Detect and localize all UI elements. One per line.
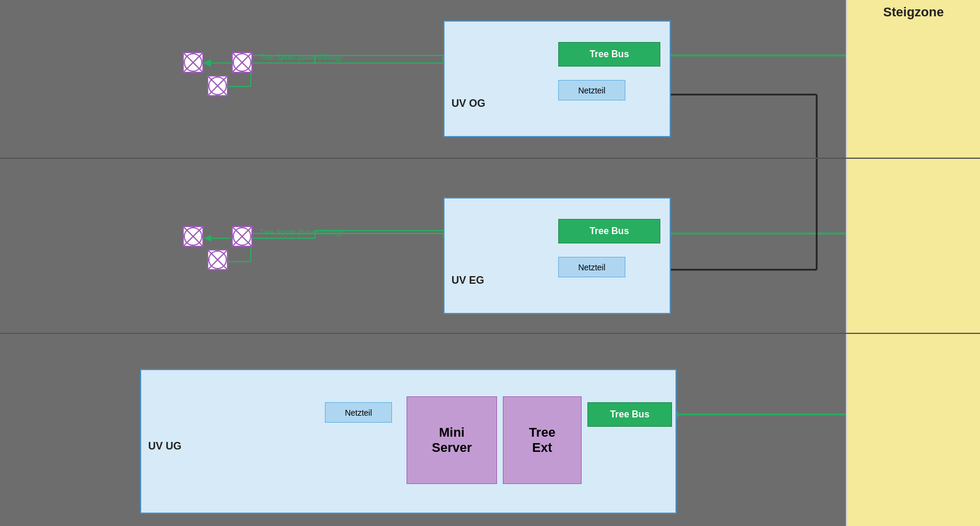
uv-ug-label: UV UG [148,440,181,452]
uv-eg-label: UV EG [452,274,484,287]
spots-label-eg: Tree Spots (baumförmig) [259,228,343,236]
steigzone-panel: Steigzone [846,0,980,526]
svg-marker-37 [204,60,211,67]
spot-eg-3 [206,249,229,271]
tree-bus-eg: Tree Bus [558,219,660,243]
tree-bus-ug: Tree Bus [587,402,672,427]
spots-label-og: Tree Spots (baumförmig) [259,53,343,61]
netzteil-ug: Netzteil [325,402,392,423]
netzteil-og: Netzteil [558,80,625,100]
netzteil-eg: Netzteil [558,257,625,277]
svg-marker-45 [204,235,211,242]
spot-eg-1 [182,225,204,248]
tree-ext: Tree Ext [503,396,582,484]
svg-marker-25 [204,60,211,67]
spot-og-3 [206,75,229,97]
spot-og-2 [231,51,253,74]
uv-ug-box: UV UG Netzteil Mini Server Tree Ext Tree… [140,369,677,514]
uv-og-label: UV OG [452,97,485,110]
uv-og-box: UV OG Tree Bus Netzteil [443,20,671,137]
mini-server: Mini Server [407,396,497,484]
steigzone-label: Steigzone [847,5,980,20]
uv-eg-box: UV EG Tree Bus Netzteil [443,197,671,314]
tree-bus-og: Tree Bus [558,42,660,67]
spot-og-1 [182,51,204,74]
divider-og-eg [0,158,980,159]
spot-eg-2 [231,225,253,248]
divider-eg-ug [0,333,980,334]
